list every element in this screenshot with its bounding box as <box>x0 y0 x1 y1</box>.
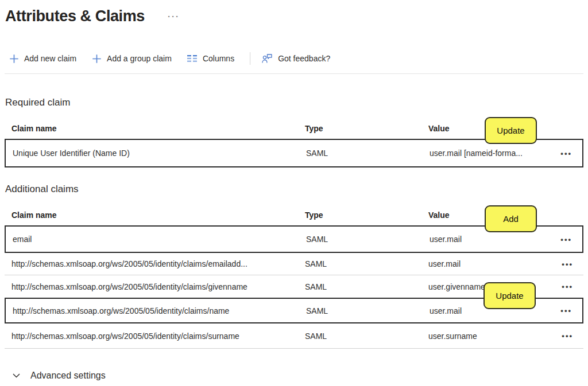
table-row[interactable]: http://schemas.xmlsoap.org/ws/2005/05/id… <box>5 323 583 349</box>
claim-name-cell: http://schemas.xmlsoap.org/ws/2005/05/id… <box>5 259 305 268</box>
add-group-claim-button[interactable]: Add a group claim <box>92 54 172 64</box>
row-menu-button[interactable]: ••• <box>554 260 583 268</box>
toolbar-divider <box>250 52 250 65</box>
row-menu-button[interactable]: ••• <box>552 306 582 315</box>
claim-name-cell: http://schemas.xmlsoap.org/ws/2005/05/id… <box>5 282 305 291</box>
annotation-update-name: Update <box>483 282 536 309</box>
command-bar: Add new claim Add a group claim Columns … <box>9 52 588 65</box>
type-cell: SAML <box>305 259 428 268</box>
row-menu-button[interactable]: ••• <box>554 332 583 340</box>
add-group-claim-label: Add a group claim <box>107 54 172 63</box>
add-new-claim-button[interactable]: Add new claim <box>9 54 76 64</box>
columns-label: Columns <box>203 54 234 63</box>
page-title: Attributes & Claims <box>5 7 145 25</box>
claim-name-cell: email <box>6 235 306 244</box>
value-cell: user.mail <box>430 235 552 244</box>
type-cell: SAML <box>305 282 428 291</box>
add-new-claim-label: Add new claim <box>24 54 76 63</box>
required-claim-heading: Required claim <box>5 97 588 108</box>
plus-icon <box>92 54 102 64</box>
got-feedback-button[interactable]: Got feedback? <box>262 54 330 64</box>
type-cell: SAML <box>306 306 430 315</box>
type-column-header: Type <box>305 210 428 220</box>
additional-claims-heading: Additional claims <box>5 184 588 195</box>
type-cell: SAML <box>305 332 428 341</box>
columns-button[interactable]: Columns <box>187 54 234 63</box>
chevron-down-icon <box>13 373 20 378</box>
table-row[interactable]: http://schemas.xmlsoap.org/ws/2005/05/id… <box>5 253 583 275</box>
type-cell: SAML <box>306 149 430 158</box>
value-cell: user.mail [nameid-forma... <box>430 149 552 158</box>
row-menu-button[interactable]: ••• <box>552 149 582 158</box>
feedback-icon <box>262 54 273 64</box>
toolbar-bottom-divider <box>5 73 583 74</box>
claim-name-column-header: Claim name <box>5 210 305 220</box>
more-menu-icon[interactable]: ··· <box>168 11 180 21</box>
page-header: Attributes & Claims ··· <box>0 0 588 26</box>
columns-icon <box>187 54 198 63</box>
value-cell: user.mail <box>428 259 554 268</box>
advanced-settings-toggle[interactable]: Advanced settings <box>13 371 588 381</box>
value-cell: user.surname <box>428 332 554 341</box>
claim-name-cell: http://schemas.xmlsoap.org/ws/2005/05/id… <box>5 332 305 341</box>
plus-icon <box>9 54 19 64</box>
claim-name-column-header: Claim name <box>5 124 305 133</box>
type-cell: SAML <box>306 235 430 244</box>
claim-name-cell: Unique User Identifier (Name ID) <box>6 149 306 158</box>
advanced-settings-label: Advanced settings <box>30 371 106 381</box>
annotation-add-email: Add <box>485 205 537 232</box>
row-menu-button[interactable]: ••• <box>554 282 583 291</box>
type-column-header: Type <box>305 124 428 133</box>
annotation-update-required: Update <box>485 117 537 144</box>
claim-name-cell: http://schemas.xmlsoap.org/ws/2005/05/id… <box>6 306 306 315</box>
row-menu-button[interactable]: ••• <box>552 235 582 244</box>
got-feedback-label: Got feedback? <box>278 54 330 63</box>
